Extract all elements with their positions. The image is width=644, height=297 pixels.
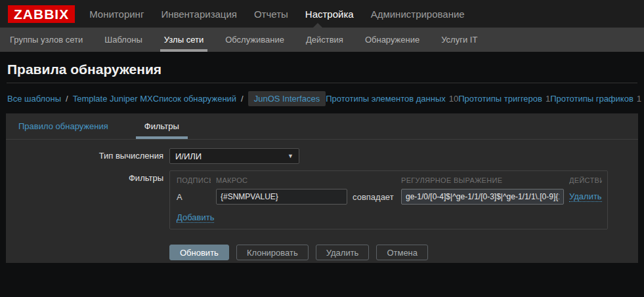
page-title: Правила обнаружения (6, 52, 638, 79)
calc-type-select[interactable]: И/ИЛИ ▼ (169, 148, 299, 164)
discovery-rule-form-widget: Правило обнаружения Фильтры Тип вычислен… (6, 113, 638, 263)
filters-form: Тип вычисления И/ИЛИ ▼ Фильтры ПОДПИСЬ М… (6, 140, 638, 260)
breadcrumb-graph-prototypes[interactable]: Прототипы графиков (550, 94, 633, 104)
top-nav: Мониторинг Инвентаризация Отчеты Настрой… (89, 9, 465, 20)
trigger-prototypes-count: 1 (546, 94, 550, 104)
filter-remove-link[interactable]: Удалить (569, 191, 602, 202)
col-header-regex: РЕГУЛЯРНОЕ ВЫРАЖЕНИЕ (401, 176, 564, 184)
breadcrumb: Все шаблоны / Template Juniper MX Список… (6, 83, 638, 106)
zabbix-app: ZABBIX Мониторинг Инвентаризация Отчеты … (0, 0, 644, 297)
delete-button[interactable]: Удалить (316, 245, 370, 260)
clone-button[interactable]: Клонировать (236, 245, 309, 260)
cancel-button[interactable]: Отмена (376, 245, 428, 260)
item-prototypes-count: 10 (449, 94, 458, 104)
page-content: Правила обнаружения Все шаблоны / Templa… (0, 52, 644, 263)
breadcrumb-trigger-prototypes[interactable]: Прототипы триггеров (458, 94, 542, 104)
breadcrumb-current-rule[interactable]: JunOS Interfaces (248, 91, 326, 106)
top-nav-administration[interactable]: Администрирование (371, 9, 465, 20)
add-filter-link[interactable]: Добавить (177, 212, 214, 223)
filter-row-label: A (177, 192, 211, 202)
top-nav-bar: ZABBIX Мониторинг Инвентаризация Отчеты … (0, 0, 644, 28)
calc-type-row: Тип вычисления И/ИЛИ ▼ (6, 148, 638, 164)
sub-nav-host-groups[interactable]: Группы узлов сети (8, 28, 85, 52)
filter-macro-input[interactable] (216, 189, 347, 205)
col-header-macro: МАКРОС (216, 176, 347, 184)
col-header-label: ПОДПИСЬ (177, 176, 211, 184)
filters-row: Фильтры ПОДПИСЬ МАКРОС РЕГУЛЯРНОЕ ВЫРАЖЕ… (6, 170, 638, 229)
graph-prototypes-count: 1 (637, 94, 641, 104)
breadcrumb-template[interactable]: Template Juniper MX (73, 94, 153, 104)
calc-type-selected-value: И/ИЛИ (175, 151, 202, 161)
zabbix-logo[interactable]: ZABBIX (8, 5, 75, 23)
top-nav-inventory[interactable]: Инвентаризация (161, 9, 237, 20)
top-nav-reports[interactable]: Отчеты (254, 9, 288, 20)
active-menu-caret-icon (313, 23, 322, 28)
sub-nav-it-services[interactable]: Услуги IT (439, 28, 479, 52)
sub-nav-hosts[interactable]: Узлы сети (162, 28, 205, 52)
tab-filters[interactable]: Фильтры (136, 113, 188, 139)
top-nav-configuration[interactable]: Настройка (305, 9, 354, 20)
sub-nav-bar: Группы узлов сети Шаблоны Узлы сети Обсл… (0, 28, 644, 52)
sub-nav-templates[interactable]: Шаблоны (102, 28, 144, 52)
sub-nav-actions[interactable]: Действия (304, 28, 345, 52)
breadcrumb-separator: / (66, 94, 68, 104)
calc-type-label: Тип вычисления (6, 148, 169, 164)
breadcrumb-all-templates[interactable]: Все шаблоны (7, 94, 61, 104)
sub-nav-discovery[interactable]: Обнаружение (363, 28, 421, 52)
update-button[interactable]: Обновить (169, 245, 229, 260)
filters-table: ПОДПИСЬ МАКРОС РЕГУЛЯРНОЕ ВЫРАЖЕНИЕ ДЕЙС… (177, 176, 601, 205)
tab-discovery-rule[interactable]: Правило обнаружения (10, 113, 117, 139)
top-nav-monitoring[interactable]: Мониторинг (89, 9, 144, 20)
form-tabs: Правило обнаружения Фильтры (6, 113, 638, 140)
breadcrumb-item-prototypes[interactable]: Прототипы элементов данных (326, 94, 446, 104)
breadcrumb-discovery-list[interactable]: Список обнаружений (153, 94, 236, 104)
chevron-down-icon: ▼ (288, 153, 293, 159)
breadcrumb-separator: / (241, 94, 244, 104)
col-header-action: ДЕЙСТВИЕ (569, 176, 602, 184)
filter-regex-input[interactable] (401, 189, 564, 205)
sub-nav-maintenance[interactable]: Обслуживание (223, 28, 286, 52)
filters-label: Фильтры (6, 170, 169, 229)
filters-fieldset: ПОДПИСЬ МАКРОС РЕГУЛЯРНОЕ ВЫРАЖЕНИЕ ДЕЙС… (169, 170, 608, 229)
form-buttons-row: Обновить Клонировать Удалить Отмена (6, 236, 638, 260)
filter-operator: совпадает (353, 192, 396, 202)
